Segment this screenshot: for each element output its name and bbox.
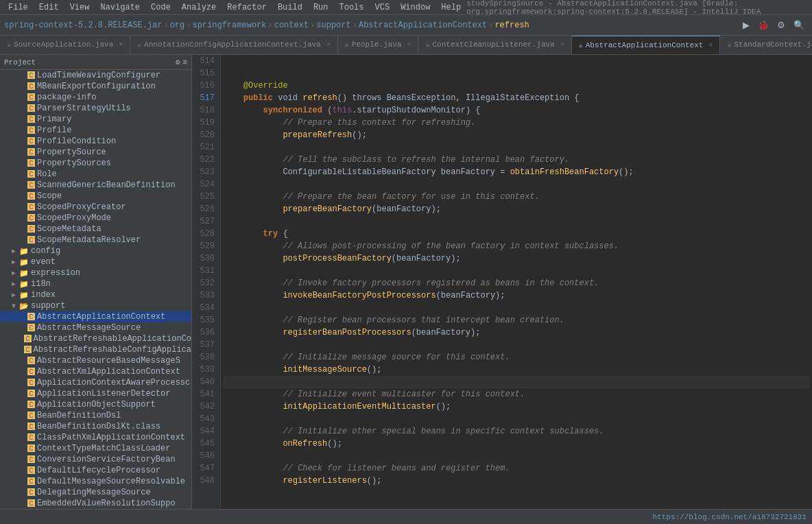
tree-item-label: i18n [31, 279, 51, 289]
menu-edit[interactable]: Edit [34, 1, 64, 14]
sidebar-item[interactable]: 🅲BeanDefinitionDsl [0, 410, 191, 421]
sidebar-item[interactable]: 🅲DefaultLifecycleProcessor [0, 465, 191, 476]
sidebar-item[interactable]: 🅲AbstractResourceBasedMessageS [0, 355, 191, 366]
code-line [224, 141, 809, 154]
menu-tools[interactable]: Tools [334, 1, 370, 14]
sidebar: Project ⚙ ≡ 🅲LoadTimeWeavingConfigurer🅲M… [0, 55, 192, 509]
tab-label-3: ContextCleanupListener.java [432, 40, 554, 49]
menu-navigate[interactable]: Navigate [95, 1, 145, 14]
sidebar-item[interactable]: 🅲PropertySources [0, 158, 191, 169]
tab-close-3[interactable]: × [560, 41, 564, 49]
sidebar-item[interactable]: ▶📁i18n [0, 278, 191, 289]
sidebar-item[interactable]: 🅲Scope [0, 191, 191, 202]
menu-refactor[interactable]: Refactor [222, 1, 272, 14]
status-url[interactable]: https://blog.csdn.net/a18732721831 [653, 513, 807, 521]
sidebar-item[interactable]: 🅲DelegatingMessageSource [0, 487, 191, 498]
breadcrumb-class[interactable]: AbstractApplicationContext [359, 21, 487, 30]
menu-vcs[interactable]: VCS [370, 1, 396, 14]
class-icon: 🅲 [27, 71, 35, 80]
sidebar-item[interactable]: 🅲DefaultMessageSourceResolvable [0, 476, 191, 487]
sidebar-settings-icon[interactable]: ⚙ [176, 58, 180, 67]
breadcrumb-org[interactable]: org [170, 21, 185, 30]
breadcrumb-jar[interactable]: spring-context-5.2.8.RELEASE.jar [4, 21, 162, 30]
menu-run[interactable]: Run [308, 1, 334, 14]
sidebar-item[interactable]: ▶📁expression [0, 267, 191, 278]
sidebar-item[interactable]: 🅲AbstractMessageSource [0, 322, 191, 333]
sidebar-item[interactable]: 🅲ApplicationObjectSupport [0, 399, 191, 410]
tab-abstractappcontext[interactable]: ☕ AbstractApplicationContext × [572, 36, 721, 54]
sidebar-item[interactable]: ▶📁index [0, 289, 191, 300]
sidebar-item[interactable]: 🅲PropertySource [0, 147, 191, 158]
sidebar-item[interactable]: 🅲ScopedProxyCreator [0, 202, 191, 213]
code-line: initMessageSource(); [224, 364, 809, 376]
sidebar-item[interactable]: 🅲Primary [0, 114, 191, 125]
tree-item-label: expression [31, 268, 80, 278]
sidebar-item[interactable]: ▶📁config [0, 246, 191, 257]
sidebar-item[interactable]: 🅲MBeanExportConfiguration [0, 81, 191, 92]
sidebar-tree: 🅲LoadTimeWeavingConfigurer🅲MBeanExportCo… [0, 70, 191, 509]
sidebar-item[interactable]: 🅲ConversionServiceFactoryBean [0, 454, 191, 465]
breadcrumb-framework[interactable]: springframework [192, 21, 266, 30]
sidebar-item[interactable]: 🅲AbstractRefreshableConfigApplica [0, 344, 191, 355]
menu-window[interactable]: Window [395, 1, 435, 14]
sidebar-item[interactable]: 🅲ScopeMetadata [0, 224, 191, 235]
sidebar-item[interactable]: 🅲ClassPathXmlApplicationContext [0, 432, 191, 443]
sidebar-item[interactable]: 🅲package-info [0, 92, 191, 103]
sidebar-item[interactable]: 🅲LoadTimeWeavingConfigurer [0, 70, 191, 81]
sidebar-item[interactable]: 🅲AbstractApplicationContext [0, 311, 191, 322]
sidebar-item[interactable]: 🅲ScopedProxyMode [0, 213, 191, 224]
tab-icon-5: ☕ [727, 40, 731, 49]
sidebar-item[interactable]: 🅲Profile [0, 125, 191, 136]
menu-build[interactable]: Build [272, 1, 308, 14]
editor-tabs: ☕ SourceApplication.java × ☕ AnnotationC… [0, 36, 812, 55]
line-number: 541 [195, 388, 215, 401]
toolbar-search-btn[interactable]: 🔍 [790, 18, 808, 32]
sidebar-item[interactable]: 🅲EmbeddedValueResolutionSuppo [0, 498, 191, 509]
menu-file[interactable]: File [3, 1, 34, 14]
tab-people[interactable]: ☕ People.java × [338, 36, 419, 54]
tab-close-1[interactable]: × [326, 41, 331, 49]
sidebar-item[interactable]: 🅲ContextTypeMatchClassLoader [0, 443, 191, 454]
toolbar-run-btn[interactable]: ▶ [739, 18, 753, 32]
code-token: try [263, 228, 278, 240]
sidebar-item[interactable]: 🅲ScopeMetadataResolver [0, 235, 191, 246]
sidebar-item[interactable]: 🅲AbstractXmlApplicationContext [0, 366, 191, 377]
tree-item-label: Scope [37, 191, 62, 201]
toolbar-debug-btn[interactable]: 🐞 [754, 18, 772, 32]
sidebar-item[interactable]: 🅲ProfileCondition [0, 136, 191, 147]
menu-analyze[interactable]: Analyze [176, 1, 222, 14]
sidebar-collapse-icon[interactable]: ≡ [182, 58, 187, 67]
sidebar-item[interactable]: 🅲AbstractRefreshableApplicationCo [0, 333, 191, 344]
sidebar-item[interactable]: ▼📂support [0, 300, 191, 311]
sidebar-item[interactable]: 🅲ApplicationContextAwareProcessc [0, 377, 191, 388]
tab-close-4[interactable]: × [708, 42, 713, 49]
toolbar-settings-btn[interactable]: ⚙ [774, 18, 789, 32]
sidebar-item[interactable]: 🅲Role [0, 169, 191, 180]
code-content[interactable]: @Override public void refresh() throws B… [221, 55, 812, 509]
tab-close-2[interactable]: × [407, 41, 411, 49]
tree-arrow-icon: ▶ [8, 269, 19, 277]
code-line: // Initialize event multicaster for this… [224, 388, 809, 401]
breadcrumb-context[interactable]: context [274, 21, 309, 30]
line-number: 524 [195, 178, 215, 191]
line-number: 536 [195, 326, 215, 339]
sidebar-item[interactable]: 🅲ApplicationListenerDetector [0, 388, 191, 399]
menu-code[interactable]: Code [145, 1, 176, 14]
editor-area[interactable]: 5145155165175185195205215225235245255265… [192, 55, 812, 509]
tab-icon-2: ☕ [345, 40, 349, 49]
class-icon: 🅲 [27, 137, 35, 146]
tab-annotationconfig[interactable]: ☕ AnnotationConfigApplicationContext.jav… [130, 36, 338, 54]
sidebar-item[interactable]: 🅲ScannedGenericBeanDefinition [0, 180, 191, 191]
tab-close-0[interactable]: × [119, 41, 123, 49]
tab-standardcontext[interactable]: ☕ StandardContext.java × [720, 36, 812, 54]
tab-contextcleanup[interactable]: ☕ ContextCleanupListener.java × [418, 36, 571, 54]
line-number: 516 [195, 80, 215, 92]
sidebar-item[interactable]: 🅲ParserStrategyUtils [0, 103, 191, 114]
menu-help[interactable]: Help [435, 1, 466, 14]
sidebar-item[interactable]: ▶📁event [0, 257, 191, 267]
menu-view[interactable]: View [64, 1, 95, 14]
code-line: onRefresh(); [224, 438, 809, 450]
sidebar-item[interactable]: 🅲BeanDefinitionDslKt.class [0, 421, 191, 432]
tab-sourceapplication[interactable]: ☕ SourceApplication.java × [0, 36, 130, 54]
breadcrumb-support[interactable]: support [316, 21, 350, 30]
